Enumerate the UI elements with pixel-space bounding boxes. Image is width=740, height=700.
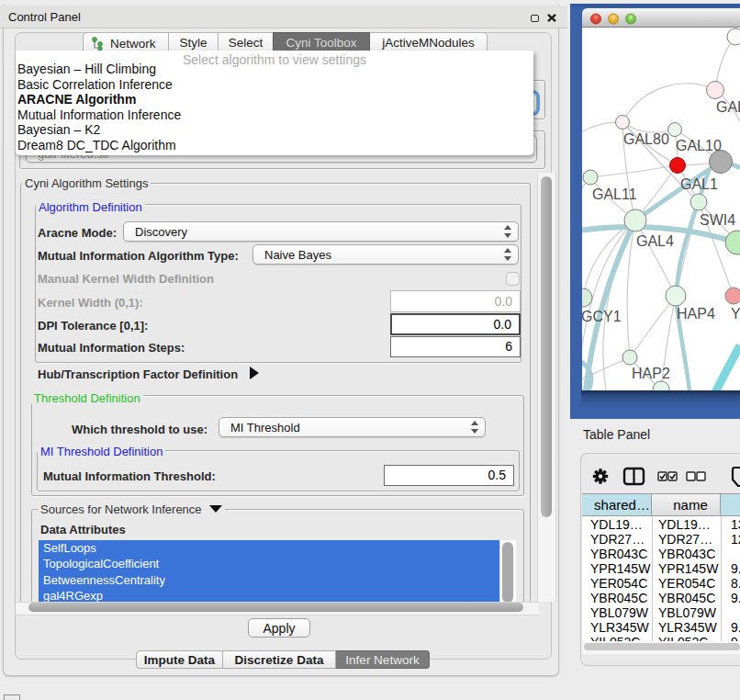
svg-text:Y: Y [731, 306, 740, 322]
svg-text:GAL10: GAL10 [676, 138, 722, 153]
svg-text:GAL2: GAL2 [716, 99, 740, 115]
svg-text:HAP2: HAP2 [632, 366, 670, 381]
svg-text:HAP4: HAP4 [677, 306, 715, 322]
svg-text:GAL4: GAL4 [636, 233, 674, 249]
svg-text:GAL80: GAL80 [623, 131, 669, 147]
svg-text:SWI4: SWI4 [700, 212, 735, 228]
svg-text:GCY1: GCY1 [581, 309, 622, 324]
svg-text:GAL11: GAL11 [592, 186, 637, 202]
svg-text:GAL1: GAL1 [680, 176, 718, 192]
